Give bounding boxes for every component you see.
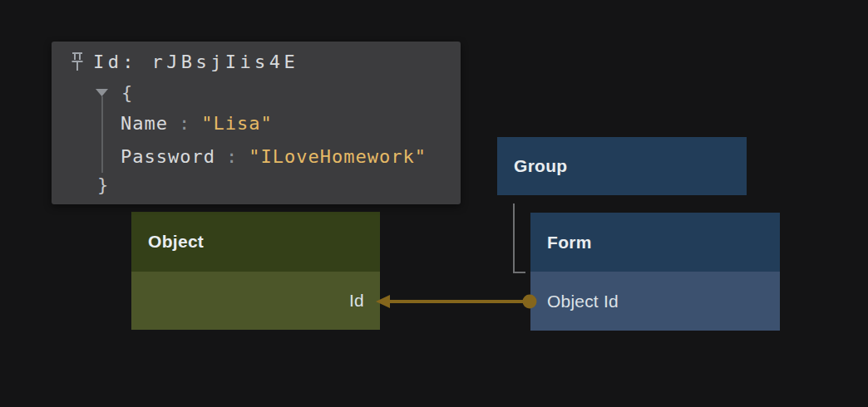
key-value-separator: :	[226, 146, 238, 167]
field-label-object-id: Object Id	[547, 292, 619, 311]
indent-guide	[101, 96, 103, 173]
record-tooltip: Id: rJBsjIis4E { Name:"Lisa" Password:"I…	[52, 42, 461, 204]
field-value: "Lisa"	[201, 113, 272, 134]
node-group[interactable]: Group	[497, 137, 747, 195]
record-field-name: Name:"Lisa"	[121, 111, 273, 135]
node-object[interactable]: Object Id	[131, 212, 380, 330]
record-field-password: Password:"ILoveHomework"	[121, 145, 427, 168]
node-form[interactable]: Form Object Id	[530, 213, 780, 331]
field-value: "ILoveHomework"	[249, 146, 427, 167]
field-key: Name	[121, 113, 168, 134]
diagram-canvas[interactable]: Object Id Group Form Object Id	[0, 0, 868, 407]
node-group-header[interactable]: Group	[497, 137, 747, 195]
node-object-field-id[interactable]: Id	[131, 272, 380, 330]
pin-icon[interactable]	[69, 51, 86, 73]
chevron-down-icon[interactable]	[96, 89, 108, 96]
relation-arrow[interactable]	[376, 295, 537, 309]
open-brace: {	[121, 82, 133, 103]
record-id: Id: rJBsjIis4E	[93, 51, 298, 72]
group-form-connector[interactable]	[514, 204, 525, 272]
close-brace: }	[97, 174, 109, 195]
field-key: Password	[121, 146, 215, 167]
node-form-field-object-id[interactable]: Object Id	[530, 272, 780, 331]
node-group-title: Group	[514, 156, 568, 176]
node-object-title: Object	[148, 232, 204, 252]
key-value-separator: :	[179, 113, 190, 134]
node-form-title: Form	[547, 233, 592, 253]
node-object-header[interactable]: Object	[131, 212, 380, 272]
field-label-id: Id	[349, 291, 364, 311]
node-form-header[interactable]: Form	[530, 213, 780, 272]
